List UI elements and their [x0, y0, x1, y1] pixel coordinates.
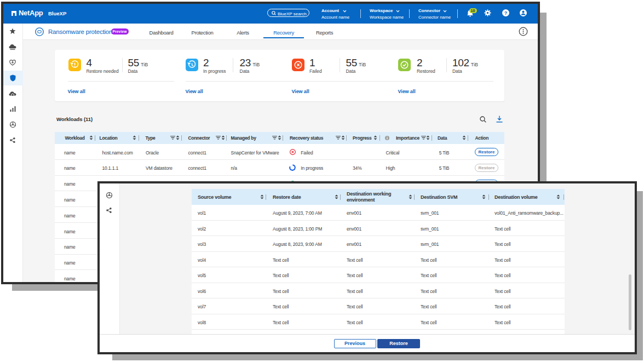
svg-text:?: ? [504, 10, 508, 16]
